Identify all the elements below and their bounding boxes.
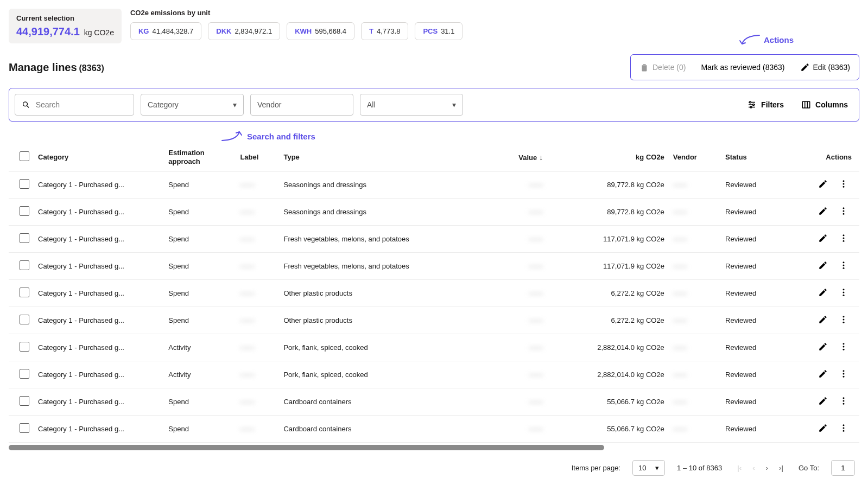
unit-pill-t[interactable]: T4,773.8: [361, 22, 408, 40]
row-edit-button[interactable]: [817, 259, 829, 273]
prev-page-button[interactable]: ‹: [749, 462, 758, 474]
row-more-button[interactable]: [838, 259, 850, 273]
row-more-button[interactable]: [838, 205, 850, 219]
unit-pill-kg[interactable]: KG41,484,328.7: [130, 22, 201, 40]
row-checkbox[interactable]: [20, 260, 29, 270]
unit-pill-dkk[interactable]: DKK2,834,972.1: [208, 22, 280, 40]
col-category[interactable]: Category: [34, 143, 164, 171]
row-edit-button[interactable]: [817, 368, 829, 381]
cell-category: Category 1 - Purchased g...: [34, 388, 164, 416]
cell-label: ——: [236, 226, 279, 253]
col-status[interactable]: Status: [721, 143, 784, 171]
filters-bar: Category ▾ Vendor All ▾ Filters Columns …: [9, 88, 859, 122]
cell-co2e: 117,071.9 kg CO2e: [547, 226, 669, 253]
cell-status: Reviewed: [721, 388, 784, 416]
row-more-button[interactable]: [838, 395, 850, 409]
first-page-button[interactable]: |‹: [734, 462, 745, 474]
delete-button[interactable]: Delete (0): [637, 59, 688, 75]
cell-type: Fresh vegetables, melons, and potatoes: [279, 226, 494, 253]
svg-point-24: [843, 292, 845, 293]
row-more-button[interactable]: [838, 368, 850, 381]
row-checkbox[interactable]: [20, 288, 29, 297]
chevron-down-icon: ▾: [452, 100, 456, 109]
unit-pill-kwh[interactable]: KWH595,668.4: [287, 22, 354, 40]
col-value[interactable]: Value↓: [495, 143, 548, 171]
chevron-down-icon: ▾: [233, 100, 237, 109]
row-checkbox[interactable]: [20, 233, 29, 243]
goto-input[interactable]: [831, 460, 855, 476]
more-vert-icon: [839, 288, 848, 297]
svg-point-18: [843, 238, 845, 239]
filters-button[interactable]: Filters: [742, 97, 789, 113]
edit-button[interactable]: Edit (8363): [798, 59, 852, 75]
search-input[interactable]: [36, 100, 127, 109]
cell-estimation: Spend: [164, 280, 236, 307]
col-co2e[interactable]: kg CO2e: [547, 143, 669, 171]
row-edit-button[interactable]: [817, 395, 829, 409]
pencil-icon: [818, 423, 828, 433]
columns-button[interactable]: Columns: [796, 97, 853, 113]
svg-point-20: [843, 261, 845, 263]
row-more-button[interactable]: [838, 422, 850, 436]
svg-point-37: [843, 403, 845, 405]
row-edit-button[interactable]: [817, 341, 829, 354]
page-title-count: (8363): [79, 63, 104, 73]
cell-status: Reviewed: [721, 361, 784, 388]
svg-point-19: [843, 240, 845, 242]
svg-point-36: [843, 400, 845, 402]
col-estimation[interactable]: Estimationapproach: [164, 143, 236, 171]
svg-point-15: [843, 210, 845, 212]
row-more-button[interactable]: [838, 341, 850, 354]
row-checkbox[interactable]: [20, 179, 29, 189]
col-type[interactable]: Type: [279, 143, 494, 171]
row-checkbox[interactable]: [20, 206, 29, 216]
next-page-button[interactable]: ›: [763, 462, 771, 474]
col-label[interactable]: Label: [236, 143, 279, 171]
cell-category: Category 1 - Purchased g...: [34, 280, 164, 307]
more-vert-icon: [839, 369, 848, 379]
cell-value: ——: [495, 416, 548, 443]
row-more-button[interactable]: [838, 178, 850, 192]
category-select[interactable]: Category ▾: [141, 94, 244, 116]
cell-co2e: 89,772.8 kg CO2e: [547, 171, 669, 199]
search-input-wrap[interactable]: [15, 94, 134, 116]
actions-card: Actions Delete (0) Mark as reviewed (836…: [630, 54, 859, 80]
items-per-page-select[interactable]: 10 ▾: [632, 460, 665, 476]
cell-value: ——: [495, 307, 548, 334]
cell-co2e: 89,772.8 kg CO2e: [547, 199, 669, 226]
pencil-icon: [818, 315, 828, 324]
selection-value: 44,919,774.1: [16, 25, 80, 37]
row-edit-button[interactable]: [817, 232, 829, 246]
unit-pill-pcs[interactable]: PCS31.1: [415, 22, 462, 40]
selection-card: Current selection 44,919,774.1 kg CO2e: [9, 9, 122, 43]
row-edit-button[interactable]: [817, 286, 829, 300]
pencil-icon: [818, 260, 828, 270]
row-checkbox[interactable]: [20, 315, 29, 324]
col-vendor[interactable]: Vendor: [669, 143, 721, 171]
row-more-button[interactable]: [838, 286, 850, 300]
cell-status: Reviewed: [721, 171, 784, 199]
mark-reviewed-button[interactable]: Mark as reviewed (8363): [699, 60, 787, 75]
row-checkbox[interactable]: [20, 369, 29, 379]
row-checkbox[interactable]: [20, 423, 29, 433]
vendor-select[interactable]: Vendor: [250, 94, 353, 116]
row-edit-button[interactable]: [817, 205, 829, 219]
svg-point-33: [843, 373, 845, 375]
row-edit-button[interactable]: [817, 178, 829, 192]
svg-point-40: [843, 430, 845, 432]
status-select[interactable]: All ▾: [360, 94, 463, 116]
last-page-button[interactable]: ›|: [776, 462, 787, 474]
row-edit-button[interactable]: [817, 314, 829, 327]
row-more-button[interactable]: [838, 232, 850, 246]
cell-label: ——: [236, 307, 279, 334]
row-more-button[interactable]: [838, 314, 850, 327]
row-edit-button[interactable]: [817, 422, 829, 436]
select-all-checkbox[interactable]: [20, 151, 29, 161]
cell-category: Category 1 - Purchased g...: [34, 199, 164, 226]
horizontal-scrollbar[interactable]: [9, 445, 604, 450]
row-checkbox[interactable]: [20, 342, 29, 352]
unit-code: KWH: [295, 27, 312, 35]
row-checkbox[interactable]: [20, 396, 29, 406]
cell-estimation: Spend: [164, 388, 236, 416]
cell-type: Cardboard containers: [279, 416, 494, 443]
